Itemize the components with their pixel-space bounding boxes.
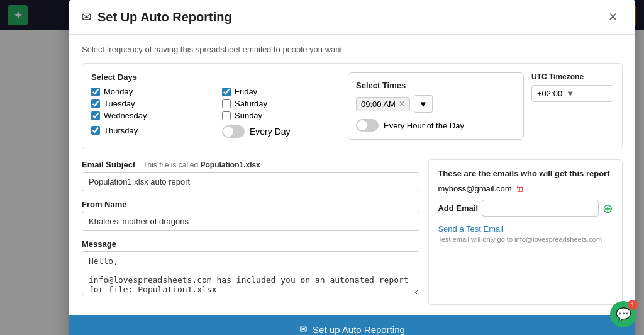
from-name-label: From Name (82, 200, 127, 209)
friday-checkbox[interactable] (222, 88, 231, 96)
delete-email-icon[interactable]: 🗑 (516, 183, 525, 193)
timezone-chevron-icon: ▼ (566, 89, 574, 98)
modal-header-icon: ✉ (82, 10, 91, 24)
times-section: Select Times 09:00 AM ✕ ▼ Every H (348, 72, 524, 140)
add-email-button[interactable]: ⊕ (602, 202, 613, 215)
file-hint-prefix: This file is called (143, 161, 200, 169)
monday-label: Monday (104, 87, 133, 96)
from-name-group: From Name (82, 199, 419, 231)
every-day-row: Every Day (222, 125, 340, 138)
test-email-hint: Test email will only go to info@lovespre… (438, 236, 613, 243)
bottom-section: Email Subject This file is called Popula… (82, 159, 623, 305)
thursday-checkbox[interactable] (91, 126, 100, 135)
submit-icon: ✉ (299, 324, 308, 335)
message-group: Message Hello, info@lovespreadsheets.com… (82, 239, 419, 297)
submit-button[interactable]: ✉ Set up Auto Reporting (69, 315, 635, 335)
every-hour-slider (356, 119, 379, 132)
file-hint: This file is called Population1.xlsx (143, 161, 260, 169)
every-hour-row: Every Hour of the Day (356, 119, 516, 132)
every-day-toggle[interactable] (222, 125, 245, 138)
chat-bubble[interactable]: 💬 1 (610, 301, 636, 327)
modal-title: Set Up Auto Reporting (97, 10, 603, 25)
email-list-title: These are the emails who will get this r… (438, 169, 613, 178)
days-section-label: Select Days (91, 72, 340, 82)
modal-close-button[interactable]: ✕ (603, 9, 623, 25)
days-section: Select Days Monday Friday Tuesday (91, 72, 340, 140)
timezone-section: UTC Timezone +02:00 ▼ (531, 72, 613, 140)
timezone-label: UTC Timezone (531, 72, 613, 81)
from-name-input[interactable] (82, 212, 419, 231)
message-label: Message (82, 239, 116, 249)
email-subject-group: Email Subject This file is called Popula… (82, 159, 419, 191)
time-tag: 09:00 AM ✕ (356, 97, 410, 111)
day-monday[interactable]: Monday (91, 87, 209, 96)
left-form: Email Subject This file is called Popula… (82, 159, 419, 305)
every-hour-label: Every Hour of the Day (384, 121, 464, 130)
email-entry: myboss@gmail.com 🗑 (438, 183, 613, 193)
timezone-select[interactable]: +02:00 ▼ (531, 85, 613, 102)
monday-checkbox[interactable] (91, 88, 100, 96)
every-hour-toggle[interactable] (356, 119, 379, 132)
times-section-label: Select Times (356, 81, 516, 90)
modal-header: ✉ Set Up Auto Reporting ✕ (69, 0, 635, 35)
day-sunday[interactable]: Sunday (222, 111, 340, 120)
email-subject-label: Email Subject This file is called Popula… (82, 159, 260, 169)
day-thursday[interactable]: Thursday (91, 123, 209, 138)
timezone-value: +02:00 (537, 89, 562, 98)
every-day-label: Every Day (250, 127, 291, 137)
add-email-row: Add Email ⊕ (438, 200, 613, 217)
wednesday-label: Wednesday (104, 111, 147, 120)
saturday-checkbox[interactable] (222, 99, 231, 108)
modal-footer: ✉ Set up Auto Reporting (69, 315, 635, 335)
day-saturday[interactable]: Saturday (222, 99, 340, 108)
saturday-label: Saturday (235, 99, 267, 108)
sunday-label: Sunday (235, 111, 262, 120)
email-list-section: These are the emails who will get this r… (428, 159, 623, 305)
tuesday-label: Tuesday (104, 99, 135, 108)
thursday-label: Thursday (104, 126, 138, 135)
tuesday-checkbox[interactable] (91, 99, 100, 108)
friday-label: Friday (235, 87, 257, 96)
chat-badge: 1 (628, 300, 638, 310)
add-email-input[interactable] (482, 200, 599, 217)
wednesday-checkbox[interactable] (91, 111, 100, 120)
modal-backdrop: ✉ Set Up Auto Reporting ✕ Select frequen… (0, 0, 644, 335)
message-textarea[interactable]: Hello, info@lovespreadsheets.com has inc… (82, 251, 419, 295)
time-tag-value: 09:00 AM (361, 99, 396, 109)
sunday-checkbox[interactable] (222, 111, 231, 120)
time-tag-close-icon[interactable]: ✕ (399, 99, 405, 108)
day-tuesday[interactable]: Tuesday (91, 99, 209, 108)
add-email-label: Add Email (438, 203, 478, 213)
modal-subtitle: Select frequency of having this spreadsh… (82, 45, 623, 54)
schedule-section: Select Days Monday Friday Tuesday (82, 63, 623, 149)
email-subject-input[interactable] (82, 172, 419, 191)
modal-container: ✉ Set Up Auto Reporting ✕ Select frequen… (69, 0, 635, 335)
send-test-email-link[interactable]: Send a Test Email (438, 224, 613, 234)
day-friday[interactable]: Friday (222, 87, 340, 96)
email-address: myboss@gmail.com (438, 184, 511, 193)
time-select-row: 09:00 AM ✕ ▼ (356, 95, 516, 113)
every-day-slider (222, 125, 245, 138)
time-dropdown-button[interactable]: ▼ (414, 95, 433, 113)
file-name: Population1.xlsx (201, 161, 260, 169)
modal-body: Select frequency of having this spreadsh… (69, 35, 635, 315)
submit-label: Set up Auto Reporting (313, 324, 405, 335)
days-grid: Monday Friday Tuesday Saturday (91, 87, 340, 138)
day-wednesday[interactable]: Wednesday (91, 111, 209, 120)
